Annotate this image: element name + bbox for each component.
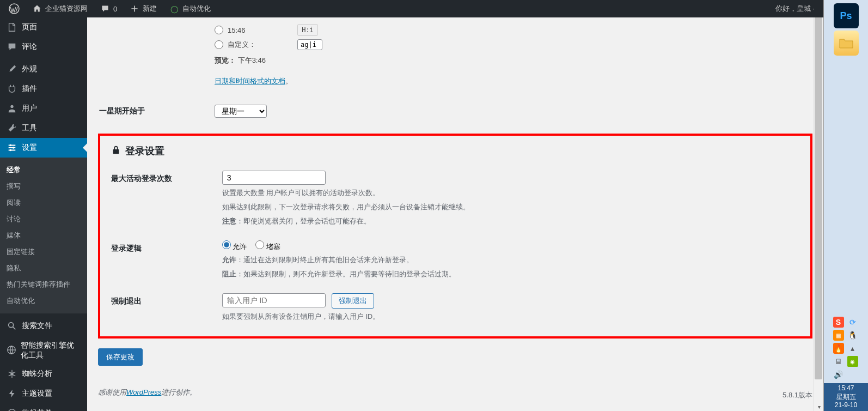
max-logins-input[interactable]: [222, 171, 326, 185]
time-format-custom-label: 自定义：: [228, 40, 293, 50]
menu-tools[interactable]: 工具: [0, 118, 87, 138]
week-start-label: 一星期开始于: [99, 95, 208, 127]
save-changes-button[interactable]: 保存更改: [98, 348, 143, 366]
plug-icon: [7, 83, 17, 94]
tray-sogou-icon[interactable]: S: [833, 317, 844, 328]
force-logout-label: 强制退出: [111, 293, 220, 306]
svg-point-4: [10, 149, 12, 152]
time-format-1546-label: 15:46: [228, 26, 293, 34]
tray-shield-icon[interactable]: 🔥: [833, 343, 844, 354]
auto-optimize-label: 自动优化: [182, 4, 211, 14]
login-settings-section: 登录设置 最大活动登录次数 设置最大数量 用户帐户可以拥有的活动登录次数。 如果…: [98, 134, 812, 339]
menu-users[interactable]: 用户: [0, 99, 87, 118]
plus-icon: [129, 3, 140, 14]
menu-search-files[interactable]: 搜索文件: [0, 316, 87, 336]
login-logic-block-radio[interactable]: [255, 240, 264, 249]
main-content: 15:46 H:i 自定义： 预览： 下午3:46 日期和时间格式的文档。: [87, 17, 823, 411]
week-start-select[interactable]: 星期一: [215, 105, 267, 118]
preview-value: 下午3:46: [238, 56, 266, 64]
menu-appearance[interactable]: 外观: [0, 59, 87, 79]
force-logout-button[interactable]: 强制退出: [332, 293, 374, 309]
scroll-thumb[interactable]: [815, 9, 822, 379]
login-settings-title: 登录设置: [125, 144, 164, 158]
tray-calendar-icon[interactable]: ▦: [833, 330, 844, 341]
admin-sidebar: 页面 评论 外观 插件 用户 工具 设置 经常 撰写 阅读: [0, 17, 87, 411]
new-label: 新建: [143, 4, 157, 14]
home-icon: [32, 3, 42, 14]
new-content-link[interactable]: 新建: [125, 0, 161, 17]
wrench-icon: [7, 123, 17, 134]
login-logic-label: 登录逻辑: [111, 240, 220, 253]
menu-collapse[interactable]: 收起菜单: [0, 403, 87, 411]
footer-credit: 感谢使用WordPress进行创作。: [98, 388, 812, 397]
menu-settings[interactable]: 设置: [0, 138, 87, 158]
folder-app-icon[interactable]: [834, 31, 859, 56]
collapse-icon: [7, 408, 17, 411]
scroll-down-icon[interactable]: ▾: [814, 402, 824, 411]
submenu-writing[interactable]: 撰写: [0, 178, 87, 195]
menu-spider-analysis[interactable]: 蜘蛛分析: [0, 364, 87, 384]
tray-nvidia-icon[interactable]: ◉: [847, 356, 858, 367]
bolt-icon: [7, 388, 17, 399]
menu-seo-tool[interactable]: 智能搜索引擎优化工具: [0, 336, 87, 364]
submenu-discussion[interactable]: 讨论: [0, 211, 87, 227]
auto-optimize-link[interactable]: ◯ 自动优化: [164, 0, 215, 17]
sliders-icon: [7, 142, 17, 153]
lock-icon: [111, 145, 121, 158]
force-logout-input[interactable]: [222, 293, 326, 307]
site-name: 企业猫资源网: [45, 4, 88, 14]
user-greeting[interactable]: 你好，皇城 ·: [771, 4, 819, 14]
submenu-auto-optimize[interactable]: 自动优化: [0, 293, 87, 309]
submenu-permalinks[interactable]: 固定链接: [0, 244, 87, 260]
submenu-general[interactable]: 经常: [0, 162, 87, 178]
force-logout-desc: 如果要强制从所有设备注销用户，请输入用户 ID。: [222, 311, 791, 323]
wordpress-link[interactable]: WordPress: [126, 388, 161, 396]
submenu-reading[interactable]: 阅读: [0, 195, 87, 211]
spider-icon: [7, 368, 17, 379]
wp-version: 5.8.1版本: [783, 390, 812, 400]
tray-arrow-icon[interactable]: ▴: [847, 343, 858, 354]
time-format-1546-radio[interactable]: [215, 26, 223, 34]
system-tray: S ⟳ ▦ 🐧 🔥 ▴ 🖥 ◉ 🔊: [830, 313, 863, 383]
time-format-hi-code: H:i: [297, 24, 318, 36]
windows-taskbar: Ps S ⟳ ▦ 🐧 🔥 ▴ 🖥 ◉ 🔊 15:47 星期五 21-9-10: [823, 0, 868, 411]
time-format-custom-input[interactable]: [297, 39, 322, 50]
tray-volume-icon[interactable]: 🔊: [833, 369, 844, 380]
tray-sync-icon[interactable]: ⟳: [847, 317, 858, 328]
brush-icon: [7, 64, 17, 75]
wp-logo[interactable]: [4, 0, 24, 17]
menu-pages[interactable]: 页面: [0, 17, 87, 37]
submenu-privacy[interactable]: 隐私: [0, 260, 87, 276]
svg-point-1: [10, 105, 13, 108]
comments-link[interactable]: 0: [95, 0, 121, 17]
menu-theme-settings[interactable]: 主题设置: [0, 384, 87, 403]
site-home-link[interactable]: 企业猫资源网: [27, 0, 92, 17]
preview-label: 预览：: [215, 56, 236, 64]
submenu-media[interactable]: 媒体: [0, 227, 87, 244]
tray-monitor-icon[interactable]: 🖥: [833, 356, 844, 367]
search-icon: [7, 321, 17, 331]
page-icon: [7, 22, 17, 33]
admin-toolbar: 企业猫资源网 0 新建 ◯ 自动优化 你好，皇城 ·: [0, 0, 823, 17]
comment-icon: [7, 41, 17, 52]
globe-icon: [7, 344, 16, 355]
status-circle-icon: ◯: [169, 3, 180, 14]
tray-qq-icon[interactable]: 🐧: [847, 330, 858, 341]
svg-point-3: [13, 147, 15, 149]
wordpress-icon: [9, 3, 20, 14]
datetime-docs-link[interactable]: 日期和时间格式的文档: [215, 77, 285, 85]
max-logins-desc1: 设置最大数量 用户帐户可以拥有的活动登录次数。: [222, 187, 791, 199]
login-logic-allow-radio[interactable]: [222, 240, 231, 249]
photoshop-app-icon[interactable]: Ps: [834, 3, 859, 28]
menu-comments[interactable]: 评论: [0, 37, 87, 57]
menu-plugins[interactable]: 插件: [0, 79, 87, 99]
svg-rect-9: [113, 149, 119, 154]
settings-submenu: 经常 撰写 阅读 讨论 媒体 固定链接 隐私 热门关键词推荐插件 自动优化: [0, 158, 87, 313]
submenu-hot-keywords[interactable]: 热门关键词推荐插件: [0, 276, 87, 293]
max-logins-label: 最大活动登录次数: [111, 171, 220, 184]
taskbar-clock[interactable]: 15:47 星期五 21-9-10: [824, 383, 868, 411]
user-icon: [7, 103, 17, 114]
scrollbar[interactable]: ▴ ▾: [814, 0, 823, 411]
time-format-custom-radio[interactable]: [215, 40, 223, 49]
svg-point-5: [9, 323, 14, 328]
